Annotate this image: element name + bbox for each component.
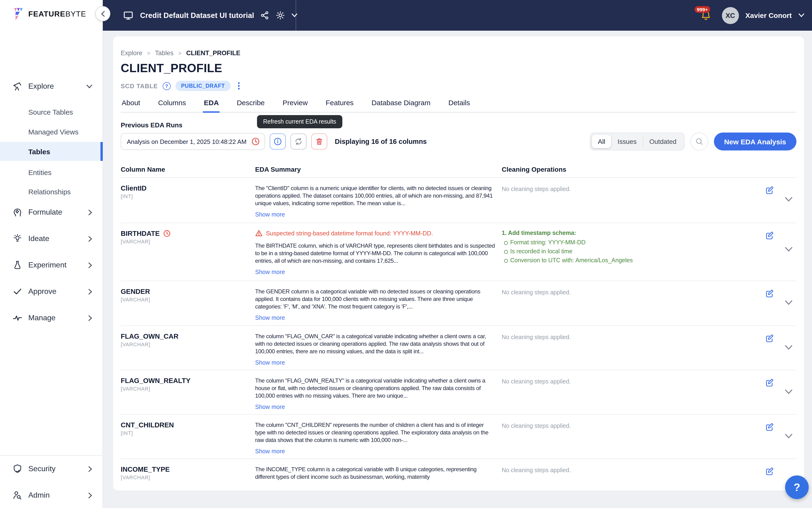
info-button[interactable] xyxy=(270,133,286,150)
chevron-left-icon xyxy=(101,11,105,17)
new-eda-analysis-button[interactable]: New EDA Analysis xyxy=(714,132,797,151)
chevron-down-icon[interactable] xyxy=(785,389,793,394)
share-icon[interactable] xyxy=(260,11,269,20)
chevron-down-icon[interactable] xyxy=(798,13,805,17)
kebab-menu-icon[interactable] xyxy=(235,81,242,91)
table-type-label: SCD TABLE xyxy=(121,82,158,89)
filter-issues[interactable]: Issues xyxy=(612,135,643,148)
tab-details[interactable]: Details xyxy=(448,98,471,112)
sidebar-item-formulate[interactable]: Formulate xyxy=(0,205,103,219)
telescope-icon xyxy=(12,81,22,91)
tab-about[interactable]: About xyxy=(121,98,141,112)
filter-all[interactable]: All xyxy=(592,135,612,148)
eda-summary-text: The "ClientID" column is a numeric uniqu… xyxy=(255,184,495,207)
sidebar-item-manage[interactable]: Manage xyxy=(0,311,103,325)
tab-columns[interactable]: Columns xyxy=(157,98,187,112)
sidebar-item-admin[interactable]: Admin xyxy=(0,488,103,502)
no-cleaning-text: No cleaning steps applied. xyxy=(502,423,571,429)
lightbulb-icon xyxy=(12,234,22,244)
refresh-button[interactable] xyxy=(290,133,307,150)
help-button[interactable]: ? xyxy=(785,475,809,499)
help-icon[interactable]: ? xyxy=(163,82,171,90)
chevron-down-icon[interactable] xyxy=(785,247,793,252)
chevron-down-icon[interactable] xyxy=(291,13,298,17)
trash-icon xyxy=(315,137,323,146)
info-icon xyxy=(273,137,282,146)
sidebar-item-experiment[interactable]: Experiment xyxy=(0,258,103,272)
top-header: Credit Default Dataset UI tutorial xyxy=(103,0,812,31)
sidebar-item-ideate[interactable]: Ideate xyxy=(0,231,103,246)
search-icon xyxy=(695,137,703,146)
sidebar-item-label: Explore xyxy=(28,82,54,91)
show-more-link[interactable]: Show more xyxy=(255,448,285,455)
displaying-count-text: Displaying 16 of 16 columns xyxy=(335,138,427,145)
edit-icon[interactable] xyxy=(765,334,774,343)
show-more-link[interactable]: Show more xyxy=(255,211,285,218)
breadcrumb-tables[interactable]: Tables xyxy=(155,49,174,56)
sidebar-item-explore[interactable]: Explore xyxy=(0,79,103,93)
delete-button[interactable] xyxy=(311,133,327,150)
brand-logo[interactable]: FEATUREBYTE xyxy=(12,7,86,21)
sidebar-collapse-button[interactable] xyxy=(95,6,110,21)
table-row-cnt-children: CNT_CHILDREN [INT] The column "CNT_CHILD… xyxy=(121,415,797,459)
sidebar-item-entities[interactable]: Entities xyxy=(0,165,103,179)
gear-icon[interactable] xyxy=(275,10,285,20)
chevron-down-icon[interactable] xyxy=(785,197,793,202)
search-button[interactable] xyxy=(690,132,708,151)
brand-name: FEATUREBYTE xyxy=(28,10,86,18)
breadcrumb-explore[interactable]: Explore xyxy=(121,49,142,56)
chevron-down-icon[interactable] xyxy=(785,433,793,439)
table-row-flag-own-realty: FLAG_OWN_REALTY [VARCHAR] The column "FL… xyxy=(121,370,797,415)
eda-run-selector[interactable]: Analysis on December 1, 2025 10:48:22 AM xyxy=(121,133,265,150)
tab-database-diagram[interactable]: Database Diagram xyxy=(371,98,432,112)
show-more-link[interactable]: Show more xyxy=(255,404,285,410)
chevron-down-icon[interactable] xyxy=(785,300,793,305)
chevron-down-icon[interactable] xyxy=(785,345,793,350)
avatar[interactable]: XC xyxy=(722,7,739,24)
table-header-row: Column Name EDA Summary Cleaning Operati… xyxy=(121,166,797,178)
column-name: FLAG_OWN_REALTY xyxy=(121,377,255,384)
tab-eda[interactable]: EDA xyxy=(203,98,220,112)
warning-triangle-icon xyxy=(255,230,263,237)
sidebar-item-security[interactable]: Security xyxy=(0,462,103,476)
clock-warning-icon xyxy=(163,230,171,237)
edit-icon[interactable] xyxy=(765,422,774,432)
sidebar-item-managed-views[interactable]: Managed Views xyxy=(0,125,103,139)
show-more-link[interactable]: Show more xyxy=(255,314,285,321)
notification-badge: 999+ xyxy=(694,6,710,13)
column-name: FLAG_OWN_CAR xyxy=(121,333,255,340)
tab-features[interactable]: Features xyxy=(325,98,354,112)
monitor-icon xyxy=(123,10,134,21)
show-more-link[interactable]: Show more xyxy=(255,359,285,366)
edit-icon[interactable] xyxy=(765,378,774,387)
edit-icon[interactable] xyxy=(765,466,774,476)
user-name: Xavier Conort xyxy=(745,11,792,19)
col-header-eda-summary: EDA Summary xyxy=(255,166,502,173)
column-type: [VARCHAR] xyxy=(121,297,255,302)
column-name: CNT_CHILDREN xyxy=(121,421,255,429)
column-type: [INT] xyxy=(121,430,255,436)
edit-icon[interactable] xyxy=(765,231,774,240)
page-title: CLIENT_PROFILE xyxy=(121,61,797,75)
sidebar-item-relationships[interactable]: Relationships xyxy=(0,184,103,199)
sidebar-item-approve[interactable]: Approve xyxy=(0,285,103,299)
sidebar-item-tables[interactable]: Tables xyxy=(0,142,103,161)
table-row-clientid: ClientID [INT] The "ClientID" column is … xyxy=(121,178,797,223)
edit-icon[interactable] xyxy=(765,289,774,298)
edit-icon[interactable] xyxy=(765,185,774,195)
eda-run-selector-value: Analysis on December 1, 2025 10:48:22 AM xyxy=(127,138,251,145)
sidebar-item-source-tables[interactable]: Source Tables xyxy=(0,105,103,119)
tab-describe[interactable]: Describe xyxy=(236,98,266,112)
notifications-bell-icon[interactable]: 999+ xyxy=(700,9,711,22)
tab-bar: About Columns EDA Describe Preview Featu… xyxy=(121,98,797,113)
filter-outdated[interactable]: Outdated xyxy=(643,135,683,148)
column-name: INCOME_TYPE xyxy=(121,466,255,473)
shield-check-icon xyxy=(12,464,22,474)
breadcrumb-separator: > xyxy=(178,50,182,56)
eda-summary-text: The column "CNT_CHILDREN" represents the… xyxy=(255,421,495,444)
head-gear-icon xyxy=(12,207,22,217)
show-more-link[interactable]: Show more xyxy=(255,269,285,276)
tab-preview[interactable]: Preview xyxy=(282,98,309,112)
no-cleaning-text: No cleaning steps applied. xyxy=(502,289,571,296)
chevron-down-icon xyxy=(86,84,92,88)
